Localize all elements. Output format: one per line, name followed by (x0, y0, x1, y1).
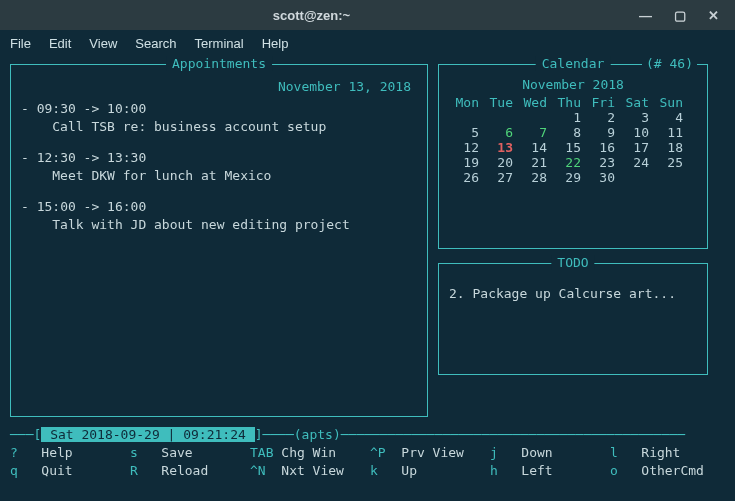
calendar-day[interactable]: 20 (483, 155, 517, 170)
menu-help[interactable]: Help (262, 36, 289, 51)
calendar-panel[interactable]: Calendar (# 46) November 2018 MonTueWedT… (438, 64, 708, 249)
appointment-item[interactable]: - 09:30 -> 10:00Call TSB re: business ac… (21, 100, 417, 135)
calendar-day[interactable]: 29 (551, 170, 585, 185)
calendar-day[interactable]: 23 (585, 155, 619, 170)
calendar-day (619, 170, 653, 185)
appointment-item[interactable]: - 15:00 -> 16:00Talk with JD about new e… (21, 198, 417, 233)
window-controls: — ▢ ✕ (623, 8, 735, 23)
calendar-day[interactable]: 21 (517, 155, 551, 170)
calendar-day[interactable]: 12 (449, 140, 483, 155)
appointment-text: Talk with JD about new editing project (21, 216, 417, 234)
calendar-dow: Mon (449, 95, 483, 110)
keybinding: R Reload (130, 462, 250, 480)
menubar: File Edit View Search Terminal Help (0, 30, 735, 56)
calendar-day (449, 110, 483, 125)
status-bar: ───[ Sat 2018-09-29 | 09:21:24 ]────(apt… (10, 427, 725, 442)
calendar-day[interactable]: 15 (551, 140, 585, 155)
keybinding: ^N Nxt View (250, 462, 370, 480)
calendar-day[interactable]: 27 (483, 170, 517, 185)
window-titlebar: scott@zen:~ — ▢ ✕ (0, 0, 735, 30)
calendar-dow: Sat (619, 95, 653, 110)
minimize-icon[interactable]: — (639, 8, 652, 23)
keybinding: l Right (610, 444, 680, 462)
calendar-day[interactable]: 8 (551, 125, 585, 140)
week-number: (# 46) (642, 56, 697, 71)
appointment-time: - 09:30 -> 10:00 (21, 100, 417, 118)
calendar-day[interactable]: 4 (653, 110, 687, 125)
calendar-day[interactable]: 17 (619, 140, 653, 155)
keybinding: k Up (370, 462, 490, 480)
keybindings: ? Helps SaveTAB Chg Win^P Prv Viewj Down… (10, 444, 725, 479)
calendar-dow: Wed (517, 95, 551, 110)
todo-item: 2. Package up Calcurse art... (449, 286, 697, 301)
calendar-day (517, 110, 551, 125)
keybinding: h Left (490, 462, 610, 480)
keybinding: ^P Prv View (370, 444, 490, 462)
menu-view[interactable]: View (89, 36, 117, 51)
calendar-day[interactable]: 22 (551, 155, 585, 170)
calendar-day[interactable]: 16 (585, 140, 619, 155)
menu-edit[interactable]: Edit (49, 36, 71, 51)
status-date: Sat 2018-09-29 | 09:21:24 (41, 427, 254, 442)
calendar-dow: Sun (653, 95, 687, 110)
menu-terminal[interactable]: Terminal (195, 36, 244, 51)
appointment-time: - 15:00 -> 16:00 (21, 198, 417, 216)
keybinding: q Quit (10, 462, 130, 480)
calendar-day[interactable]: 28 (517, 170, 551, 185)
menu-file[interactable]: File (10, 36, 31, 51)
close-icon[interactable]: ✕ (708, 8, 719, 23)
calendar-month: November 2018 (449, 77, 697, 92)
calendar-dow: Thu (551, 95, 585, 110)
calendar-day[interactable]: 7 (517, 125, 551, 140)
appointments-date: November 13, 2018 (21, 79, 411, 94)
appointments-title: Appointments (166, 56, 272, 71)
calendar-day[interactable]: 19 (449, 155, 483, 170)
calendar-day[interactable]: 2 (585, 110, 619, 125)
todo-panel[interactable]: TODO 2. Package up Calcurse art... (438, 263, 708, 375)
calendar-day[interactable]: 5 (449, 125, 483, 140)
calendar-day[interactable]: 6 (483, 125, 517, 140)
calendar-day[interactable]: 11 (653, 125, 687, 140)
calendar-day[interactable]: 24 (619, 155, 653, 170)
calendar-day[interactable]: 18 (653, 140, 687, 155)
todo-title: TODO (551, 255, 594, 270)
calendar-day (483, 110, 517, 125)
appointment-time: - 12:30 -> 13:30 (21, 149, 417, 167)
calendar-day[interactable]: 10 (619, 125, 653, 140)
keybinding: j Down (490, 444, 610, 462)
terminal-body: Appointments November 13, 2018 - 09:30 -… (0, 56, 735, 479)
calendar-dow: Tue (483, 95, 517, 110)
keybinding: TAB Chg Win (250, 444, 370, 462)
calendar-day[interactable]: 30 (585, 170, 619, 185)
calendar-day[interactable]: 9 (585, 125, 619, 140)
keybinding: s Save (130, 444, 250, 462)
calendar-day[interactable]: 26 (449, 170, 483, 185)
calendar-day[interactable]: 14 (517, 140, 551, 155)
calendar-title: Calendar (536, 56, 611, 71)
maximize-icon[interactable]: ▢ (674, 8, 686, 23)
calendar-day[interactable]: 13 (483, 140, 517, 155)
appointment-item[interactable]: - 12:30 -> 13:30Meet DKW for lunch at Me… (21, 149, 417, 184)
calendar-day[interactable]: 1 (551, 110, 585, 125)
keybinding: o OtherCmd (610, 462, 704, 480)
keybinding: ? Help (10, 444, 130, 462)
calendar-dow: Fri (585, 95, 619, 110)
appointment-text: Meet DKW for lunch at Mexico (21, 167, 417, 185)
appointments-list: - 09:30 -> 10:00Call TSB re: business ac… (21, 100, 417, 233)
menu-search[interactable]: Search (135, 36, 176, 51)
calendar-day[interactable]: 25 (653, 155, 687, 170)
appointments-panel[interactable]: Appointments November 13, 2018 - 09:30 -… (10, 64, 428, 417)
status-context: (apts) (294, 427, 341, 442)
calendar-day[interactable]: 3 (619, 110, 653, 125)
calendar-grid: MonTueWedThuFriSatSun1234567891011121314… (449, 95, 697, 185)
calendar-day (653, 170, 687, 185)
appointment-text: Call TSB re: business account setup (21, 118, 417, 136)
window-title: scott@zen:~ (0, 8, 623, 23)
